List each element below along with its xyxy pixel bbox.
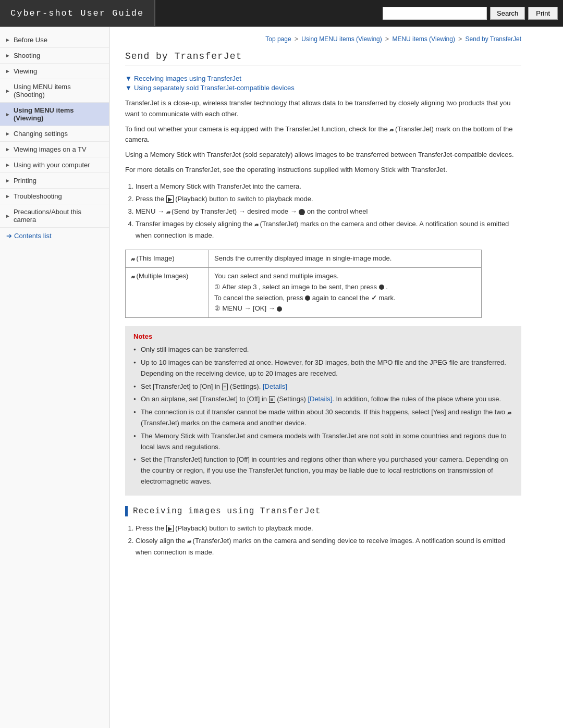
check-icon: ✓ [371,294,377,302]
note-5: The connection is cut if transfer cannot… [133,407,513,429]
note-3: Set [TransferJet] to [On] in ≡ (Settings… [133,381,513,392]
breadcrumb-current[interactable]: Send by TransferJet [466,35,521,43]
notes-section: Notes Only still images can be transferr… [125,326,521,496]
table-row-1: 𝓃 (This Image) Sends the currently displ… [126,250,482,268]
transferjet-icon-3: 𝓃 [254,220,258,228]
search-button[interactable]: Search [490,7,525,20]
sidebar-item-3[interactable]: ►Using MENU items (Shooting) [0,79,109,103]
tj-icon-note: 𝓃 [507,409,511,416]
note-1: Only still images can be transferred. [133,344,513,355]
tj-icon-sub: 𝓃 [187,537,191,545]
breadcrumb: Top page > Using MENU items (Viewing) > … [125,35,521,43]
sub-section-receiving: Receiving images using TransferJet [125,506,521,516]
sidebar-arrow-2: ► [5,68,10,74]
sidebar-arrow-7: ► [5,162,10,168]
sub-section-bar [125,506,128,516]
header: Cyber-shot User Guide Search Print [0,0,563,27]
sidebar-arrow-6: ► [5,146,10,152]
breadcrumb-using-menu-viewing[interactable]: Using MENU items (Viewing) [301,35,382,43]
sidebar-arrow-0: ► [5,37,10,43]
sidebar-item-2[interactable]: ►Viewing [0,64,109,79]
settings-icon-2: ≡ [269,396,275,403]
details-link-2[interactable]: [Details] [308,395,332,403]
print-button[interactable]: Print [528,7,558,20]
tj-icon-table-1: 𝓃 [131,255,134,262]
sidebar-label-1: Shooting [14,52,40,59]
breadcrumb-menu-items-viewing[interactable]: MENU items (Viewing) [392,35,455,43]
breadcrumb-top[interactable]: Top page [265,35,291,43]
main-content: Top page > Using MENU items (Viewing) > … [109,27,537,728]
note-6: The Memory Stick with TransferJet and ca… [133,431,513,453]
table-cell-mode-2: 𝓃 (Multiple Images) [126,268,209,318]
sub-steps-list: Press the ▶ (Playback) button to switch … [136,523,521,558]
notes-title: Notes [133,332,513,340]
mode-table: 𝓃 (This Image) Sends the currently displ… [125,250,482,318]
transferjet-icon: 𝓃 [389,126,393,133]
sidebar-arrow-1: ► [5,53,10,58]
details-link-1[interactable]: [Details] [263,382,287,390]
playback-icon-2: ▶ [166,525,174,532]
page-title: Send by TransferJet [125,51,521,66]
sidebar-item-1[interactable]: ►Shooting [0,48,109,64]
sub-step-1: Press the ▶ (Playback) button to switch … [136,523,521,534]
app-title: Cyber-shot User Guide [10,8,144,18]
tj-icon-table-2: 𝓃 [131,273,134,280]
sidebar-label-10: Precautions/About this camera [14,208,103,224]
sidebar-item-8[interactable]: ►Printing [0,173,109,189]
sidebar-label-6: Viewing images on a TV [14,145,87,153]
settings-icon-1: ≡ [222,384,228,390]
section-link-1[interactable]: ▼ Receiving images using TransferJet [125,75,521,82]
section-links: ▼ Receiving images using TransferJet ▼ U… [125,75,521,92]
intro-para-3: Using a Memory Stick with TransferJet (s… [125,150,521,161]
table-cell-desc-2: You can select and send multiple images.… [209,268,482,318]
triangle-icon-2: ▼ [125,84,132,92]
table-cell-mode-1: 𝓃 (This Image) [126,250,209,268]
sidebar-label-5: Changing settings [14,130,68,138]
contents-list-label: Contents list [14,232,52,240]
sidebar-arrow-5: ► [5,131,10,137]
intro-para-2: To find out whether your camera is equip… [125,124,521,146]
dot-icon-4 [277,306,282,312]
header-right: Search Print [155,0,563,26]
dot-icon-2 [379,285,384,290]
step-3: MENU → 𝓃 (Send by TransferJet) → desired… [136,206,521,217]
sidebar-label-7: Using with your computer [14,161,90,169]
sidebar-label-4: Using MENU items (Viewing) [14,106,103,122]
sidebar-arrow-3: ► [5,88,10,94]
sidebar-label-3: Using MENU items (Shooting) [14,83,103,98]
sidebar: ►Before Use►Shooting►Viewing►Using MENU … [0,27,109,728]
step-1: Insert a Memory Stick with TransferJet i… [136,181,521,192]
sidebar-item-5[interactable]: ►Changing settings [0,126,109,142]
sidebar-arrow-4: ► [5,112,10,117]
sidebar-item-9[interactable]: ►Troubleshooting [0,189,109,204]
transferjet-icon-2: 𝓃 [166,208,170,215]
intro-para-4: For more details on TransferJet, see the… [125,165,521,176]
sidebar-label-9: Troubleshooting [14,192,62,200]
search-input[interactable] [383,7,487,20]
sidebar-arrow-10: ► [5,213,10,219]
triangle-icon: ▼ [125,75,132,82]
sidebar-arrow-8: ► [5,178,10,183]
step-4: Transfer images by closely aligning the … [136,218,521,241]
sidebar-label-8: Printing [14,177,36,184]
arrow-right-icon: ➔ [6,232,12,240]
contents-list-link[interactable]: ➔Contents list [0,228,109,244]
sidebar-label-2: Viewing [14,67,37,75]
sub-step-2: Closely align the 𝓃 (TransferJet) marks … [136,535,521,558]
sidebar-arrow-9: ► [5,193,10,199]
table-cell-desc-1: Sends the currently displayed image in s… [209,250,482,268]
sidebar-label-0: Before Use [14,36,47,44]
section-link-2[interactable]: ▼ Using separately sold TransferJet-comp… [125,84,521,92]
dot-icon-3 [305,295,310,301]
sidebar-item-10[interactable]: ►Precautions/About this camera [0,204,109,228]
note-4: On an airplane, set [TransferJet] to [Of… [133,394,513,405]
dot-icon [299,209,305,215]
sidebar-item-4[interactable]: ►Using MENU items (Viewing) [0,103,109,126]
notes-list: Only still images can be transferred. Up… [133,344,513,487]
sidebar-item-6[interactable]: ►Viewing images on a TV [0,142,109,157]
sidebar-item-7[interactable]: ►Using with your computer [0,157,109,173]
intro-para-1: TransferJet is a close-up, wireless tran… [125,98,521,120]
note-7: Set the [TransferJet] function to [Off] … [133,454,513,487]
steps-list: Insert a Memory Stick with TransferJet i… [136,181,521,241]
sidebar-item-0[interactable]: ►Before Use [0,32,109,48]
